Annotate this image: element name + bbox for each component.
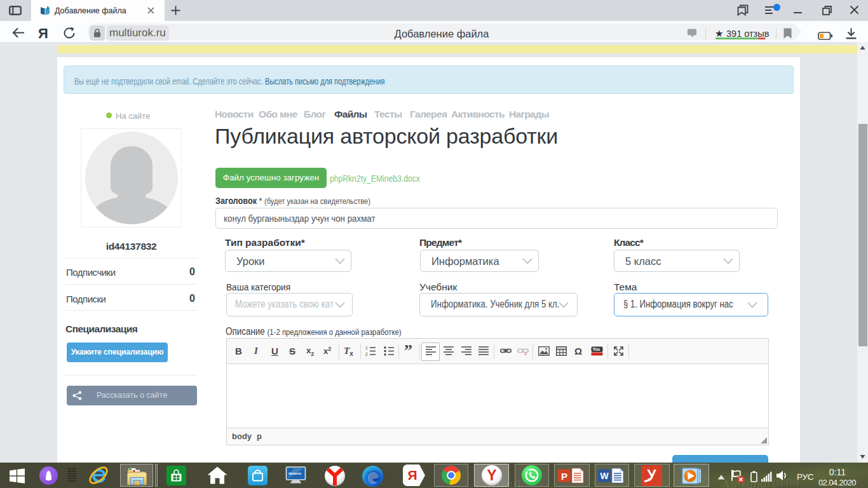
svg-text:W: W: [600, 471, 609, 481]
svg-text:You: You: [593, 347, 600, 351]
svg-text:1: 1: [365, 346, 368, 350]
svg-text:lenovo: lenovo: [288, 471, 301, 475]
svg-text:P: P: [561, 471, 567, 482]
svg-text:2: 2: [365, 352, 368, 356]
